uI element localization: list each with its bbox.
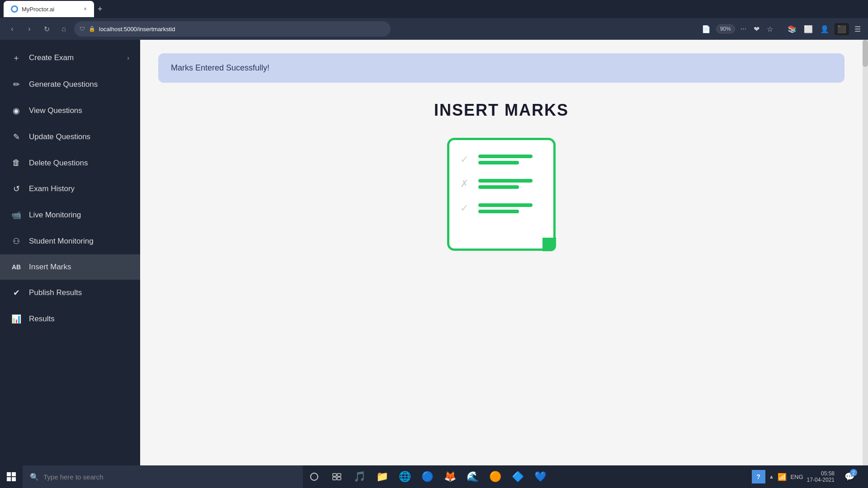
line-2a — [478, 179, 533, 183]
svg-rect-9 — [337, 477, 341, 480]
chevron-right-icon: › — [127, 54, 129, 61]
menu-icon[interactable]: ☰ — [853, 23, 863, 35]
checklist-row-3: ✓ — [460, 202, 542, 214]
svg-rect-7 — [337, 474, 341, 476]
xmark-icon: ✗ — [460, 178, 471, 190]
sidebar-label-results: Results — [29, 314, 55, 324]
taskbar-app-icons: 🎵 📁 🌐 🔵 🦊 🌊 🟠 🔷 💙 — [303, 465, 552, 488]
line-3a — [478, 203, 533, 207]
checklist-illustration: ✓ ✗ ✓ — [447, 138, 556, 251]
taskbar-winamp-icon[interactable]: 🎵 — [348, 465, 371, 488]
taskbar-firefox-icon[interactable]: 🦊 — [439, 465, 461, 488]
ab-icon: AB — [11, 263, 22, 271]
tab-close-button[interactable]: × — [84, 6, 87, 12]
checklist-row-2: ✗ — [460, 178, 542, 190]
check-lines-1 — [478, 155, 533, 164]
sidebar-label-generate-questions: Generate Questions — [29, 80, 98, 89]
sidebar-item-publish-results[interactable]: ✔ Publish Results — [0, 280, 140, 306]
taskbar-ie-icon[interactable]: 🔵 — [416, 465, 439, 488]
taskbar-edge-icon[interactable]: 🌊 — [461, 465, 484, 488]
svg-rect-8 — [333, 477, 336, 480]
sidebar-item-delete-questions[interactable]: 🗑 Delete Questions — [0, 150, 140, 176]
sidebar-item-create-exam[interactable]: ＋ Create Exam › — [0, 44, 140, 71]
taskbar-search-box[interactable]: 🔍 Type here to search — [23, 465, 303, 488]
svg-rect-1 — [7, 472, 11, 476]
extension-icon[interactable]: ⬛ — [835, 23, 849, 35]
eye-icon: ◉ — [11, 106, 22, 116]
checklist-row-1: ✓ — [460, 154, 542, 165]
taskbar-clock: 05:58 17-04-2021 — [807, 470, 835, 483]
more-options-icon[interactable]: ··· — [739, 23, 748, 35]
binoculars-icon: ⚇ — [11, 236, 22, 246]
sidebar-item-insert-marks[interactable]: AB Insert Marks — [0, 254, 140, 280]
forward-button[interactable]: › — [23, 22, 36, 36]
start-button[interactable] — [0, 465, 23, 488]
shield-icon: 🛡 — [80, 26, 85, 32]
lang-label: ENG — [790, 474, 803, 480]
sidebar-item-student-monitoring[interactable]: ⚇ Student Monitoring — [0, 228, 140, 254]
tray-chevron-icon[interactable]: ▲ — [769, 474, 774, 480]
svg-rect-4 — [12, 477, 16, 481]
tab-title: MyProctor.ai — [22, 6, 54, 13]
help-tray-icon[interactable]: ? — [752, 470, 765, 483]
wifi-icon[interactable]: 📶 — [778, 473, 787, 481]
sidebar-item-update-questions[interactable]: ✎ Update Questions — [0, 124, 140, 150]
nav-bar: ‹ › ↻ ⌂ 🛡 🔒 localhost:5000/insertmarksti… — [0, 18, 868, 40]
sidebar: ＋ Create Exam › ✏ Generate Questions ◉ V… — [0, 40, 140, 465]
back-button[interactable]: ‹ — [5, 22, 19, 36]
split-view-icon[interactable]: ⬜ — [802, 23, 815, 35]
video-icon: 📹 — [11, 210, 22, 220]
task-view-icon[interactable] — [303, 465, 326, 488]
checkmark-icon-1: ✓ — [460, 154, 471, 165]
main-content: Marks Entered Sucessfully! INSERT MARKS … — [140, 40, 863, 465]
svg-rect-3 — [7, 477, 11, 481]
sidebar-label-exam-history: Exam History — [29, 184, 75, 193]
home-button[interactable]: ⌂ — [57, 22, 71, 36]
taskbar-time-value: 05:58 — [807, 470, 835, 477]
lock-icon: 🔒 — [89, 26, 95, 32]
zoom-level[interactable]: 90% — [716, 24, 735, 33]
sidebar-label-delete-questions: Delete Questions — [29, 159, 88, 168]
chart-icon: 📊 — [11, 314, 22, 324]
active-tab[interactable]: MyProctor.ai × — [4, 1, 94, 17]
sidebar-item-live-monitoring[interactable]: 📹 Live Monitoring — [0, 202, 140, 228]
svg-point-0 — [12, 7, 17, 11]
line-1b — [478, 161, 519, 164]
taskbar-date-value: 17-04-2021 — [807, 477, 835, 483]
sidebar-item-results[interactable]: 📊 Results — [0, 306, 140, 332]
taskbar-files-icon[interactable]: 📁 — [371, 465, 393, 488]
edit-icon: ✎ — [11, 132, 22, 142]
sidebar-label-view-questions: View Questions — [29, 106, 82, 115]
sidebar-item-exam-history[interactable]: ↺ Exam History — [0, 176, 140, 202]
sidebar-item-view-questions[interactable]: ◉ View Questions — [0, 98, 140, 124]
scroll-track[interactable] — [863, 40, 868, 465]
account-icon[interactable]: 👤 — [818, 23, 831, 35]
bookmark-icon[interactable]: ☆ — [765, 23, 775, 35]
sidebar-label-student-monitoring: Student Monitoring — [29, 237, 94, 246]
taskbar-chrome-icon[interactable]: 🌐 — [393, 465, 416, 488]
line-3b — [478, 210, 519, 213]
sidebar-item-generate-questions[interactable]: ✏ Generate Questions — [0, 71, 140, 98]
taskbar-notification-icon[interactable]: 💬 2 — [838, 465, 861, 488]
check-lines-2 — [478, 179, 533, 189]
new-tab-button[interactable]: + — [98, 5, 103, 14]
history-icon: ↺ — [11, 184, 22, 194]
taskbar-ppt-icon[interactable]: 🟠 — [484, 465, 506, 488]
main-layout: ＋ Create Exam › ✏ Generate Questions ◉ V… — [0, 40, 868, 465]
success-message: Marks Entered Sucessfully! — [171, 63, 269, 72]
url-bar[interactable]: 🛡 🔒 localhost:5000/insertmarkstid — [74, 21, 391, 37]
pocket-icon[interactable]: ❤ — [752, 23, 761, 35]
taskbar-vscode-icon[interactable]: 💙 — [529, 465, 552, 488]
notification-badge: 2 — [850, 469, 857, 476]
reload-button[interactable]: ↻ — [40, 22, 53, 36]
search-placeholder: Type here to search — [43, 473, 104, 481]
pencil-icon: ✏ — [11, 80, 22, 89]
sidebar-label-publish-results: Publish Results — [29, 288, 82, 297]
scroll-thumb[interactable] — [863, 40, 868, 67]
reader-icon[interactable]: 📄 — [700, 23, 712, 35]
bookmarks-library-icon[interactable]: 📚 — [786, 23, 798, 35]
taskbar-word-icon[interactable]: 🔷 — [506, 465, 529, 488]
taskbar-multiwindow-icon[interactable] — [326, 465, 348, 488]
plus-icon: ＋ — [11, 52, 22, 63]
tab-favicon — [11, 5, 18, 13]
